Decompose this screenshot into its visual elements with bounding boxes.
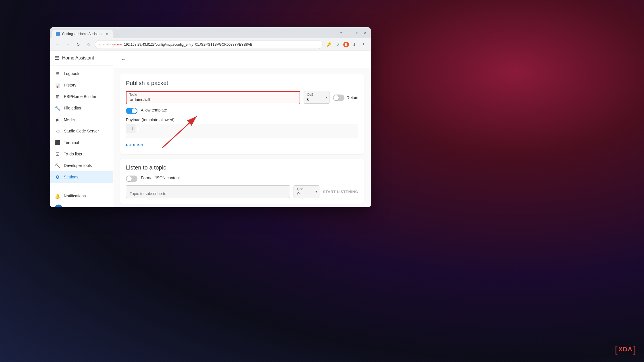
start-listening-button[interactable]: START LISTENING <box>323 188 358 195</box>
warning-icon: ⚠ <box>99 43 101 46</box>
xda-logo: [ XDA ] <box>615 345 636 354</box>
settings-icon: ⚙ <box>55 174 60 180</box>
sidebar: ☰ Home Assistant ≡ Logbook 📊 History ⊞ E… <box>50 51 113 207</box>
sidebar-item-terminal-label: Terminal <box>64 140 79 145</box>
listen-card-title: Listen to a topic <box>126 164 358 171</box>
url-text: 192.168.29.43:8123/config/mqtt?config_en… <box>124 43 252 47</box>
sidebar-item-user-label: ayush <box>66 206 77 207</box>
sidebar-divider <box>50 189 113 189</box>
topic-input[interactable] <box>126 91 300 104</box>
security-badge: ⚠ ⚠ Not secure <box>99 43 122 46</box>
browser-window: Settings – Home Assistant × + ▾ — □ ✕ ← … <box>50 27 371 207</box>
reload-button[interactable]: ↻ <box>74 41 82 49</box>
format-json-toggle[interactable] <box>126 176 137 182</box>
back-button[interactable]: ← <box>53 41 62 49</box>
bell-icon: 🔔 <box>55 193 60 199</box>
listen-qos-field: QoS 0 1 2 ▾ <box>294 185 319 198</box>
active-tab[interactable]: Settings – Home Assistant × <box>52 30 113 38</box>
tab-title: Settings – Home Assistant <box>62 32 102 36</box>
listen-qos-label: QoS <box>297 187 303 190</box>
format-json-toggle-knob <box>126 176 132 181</box>
maximize-button[interactable]: □ <box>354 29 361 36</box>
publish-card-title: Publish a packet <box>126 80 358 86</box>
sidebar-item-espHome[interactable]: ⊞ ESPHome Builder <box>50 91 113 102</box>
sidebar-item-logbook[interactable]: ≡ Logbook <box>50 68 113 79</box>
panel-header: ← <box>113 51 371 68</box>
list-icon: ≡ <box>55 71 60 76</box>
retain-toggle-knob <box>334 95 339 100</box>
sidebar-item-notifications[interactable]: 🔔 Notifications <box>50 190 113 202</box>
grid-icon: ⊞ <box>55 94 60 99</box>
publish-form: Topic QoS 0 1 2 ▾ <box>126 91 358 148</box>
window-controls: ▾ — □ ✕ <box>338 29 369 36</box>
minimize-button[interactable]: — <box>346 29 352 36</box>
brave-icon[interactable]: B <box>343 42 349 47</box>
sidebar-item-fileEditor[interactable]: 🔧 File editor <box>50 102 113 114</box>
sidebar-item-developerTools[interactable]: 🔨 Developer tools <box>50 160 113 171</box>
sidebar-item-history[interactable]: 📊 History <box>50 79 113 91</box>
sidebar-item-settings-label: Settings <box>64 175 78 179</box>
topic-qos-row: Topic QoS 0 1 2 ▾ <box>126 91 358 104</box>
sidebar-bottom: 🔔 Notifications a ayush <box>50 185 113 207</box>
retain-label: Retain <box>347 95 358 100</box>
line-number-1: 1 <box>126 124 135 133</box>
address-input[interactable]: ⚠ ⚠ Not secure 192.168.29.43:8123/config… <box>95 40 323 49</box>
sidebar-item-studioCode[interactable]: ◁ Studio Code Server <box>50 125 113 137</box>
payload-editor[interactable]: 1 <box>126 124 358 138</box>
subscribe-topic-input[interactable] <box>126 185 290 198</box>
close-window-button[interactable]: ✕ <box>362 29 369 36</box>
format-json-label: Format JSON content <box>141 176 180 180</box>
sidebar-item-user[interactable]: a ayush <box>50 202 113 207</box>
subscribe-row: QoS 0 1 2 ▾ START LISTENING <box>126 185 358 198</box>
sidebar-item-espHome-label: ESPHome Builder <box>64 94 96 99</box>
payload-section: Payload (template allowed) 1 <box>126 118 358 138</box>
retain-toggle[interactable] <box>333 95 344 101</box>
topic-field: Topic <box>126 91 300 104</box>
sidebar-item-todoLists[interactable]: ☑ To-do lists <box>50 148 113 160</box>
sidebar-item-settings[interactable]: ⚙ Settings <box>50 171 113 183</box>
allow-template-row: Allow template <box>126 108 358 114</box>
sidebar-header: ☰ Home Assistant <box>50 51 113 66</box>
sidebar-item-studioCode-label: Studio Code Server <box>64 129 99 133</box>
panel-content: Publish a packet Topic QoS 0 <box>113 68 371 207</box>
tab-area: Settings – Home Assistant × + <box>52 27 335 38</box>
forward-button[interactable]: → <box>64 41 72 49</box>
bookmark-button[interactable]: ☆ <box>85 41 93 49</box>
file-edit-icon: 🔧 <box>55 105 60 111</box>
tab-close-button[interactable]: × <box>105 32 109 36</box>
format-json-row: Format JSON content <box>126 176 358 182</box>
menu-icon[interactable]: ⋮ <box>359 41 367 49</box>
allow-template-toggle[interactable] <box>126 108 137 114</box>
new-tab-button[interactable]: + <box>114 30 122 38</box>
sidebar-item-history-label: History <box>64 83 76 87</box>
retain-field: Retain <box>333 91 358 101</box>
sidebar-item-fileEditor-label: File editor <box>64 106 81 110</box>
sidebar-item-terminal[interactable]: ⬛ Terminal <box>50 137 113 148</box>
user-avatar: a <box>55 205 63 207</box>
xda-watermark: [ XDA ] <box>615 345 636 354</box>
keys-icon[interactable]: 🔑 <box>325 41 333 49</box>
xda-bracket-open: [ <box>615 345 618 354</box>
app-name: Home Assistant <box>62 55 94 61</box>
sidebar-item-media[interactable]: ▶ Media <box>50 114 113 125</box>
title-bar: Settings – Home Assistant × + ▾ — □ ✕ <box>50 27 371 38</box>
terminal-icon: ⬛ <box>55 140 60 145</box>
security-label: ⚠ Not secure <box>103 43 122 46</box>
xda-bracket-close: ] <box>633 345 636 354</box>
address-bar: ← → ↻ ☆ ⚠ ⚠ Not secure 192.168.29.43:812… <box>50 38 371 51</box>
editor-content[interactable] <box>135 124 358 134</box>
content-area: ☰ Home Assistant ≡ Logbook 📊 History ⊞ E… <box>50 51 371 207</box>
share-icon[interactable]: ↗ <box>334 41 342 49</box>
download-icon[interactable]: ⬇ <box>350 41 358 49</box>
payload-label: Payload (template allowed) <box>126 118 358 122</box>
tab-dropdown-button[interactable]: ▾ <box>338 29 344 36</box>
publish-button[interactable]: PUBLISH <box>126 142 143 148</box>
listen-form: Format JSON content QoS 0 1 <box>126 176 358 198</box>
listen-topic-card: Listen to a topic Format JSON content <box>120 159 364 204</box>
bar-chart-icon: 📊 <box>55 82 60 88</box>
xda-text: XDA <box>618 346 632 353</box>
panel-back-button[interactable]: ← <box>119 55 128 64</box>
menu-toggle-icon[interactable]: ☰ <box>55 55 59 61</box>
sidebar-navigation: ≡ Logbook 📊 History ⊞ ESPHome Builder 🔧 … <box>50 66 113 185</box>
address-actions: 🔑 ↗ B ⬇ ⋮ <box>325 41 367 49</box>
